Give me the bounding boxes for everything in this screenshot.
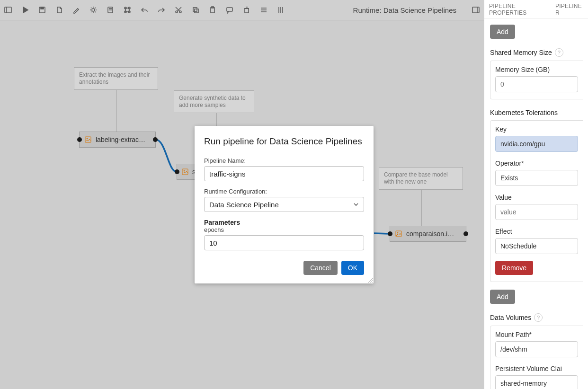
runtime-config-value: Data Science Pipeline bbox=[209, 201, 279, 209]
label-pipeline-name: Pipeline Name: bbox=[204, 157, 364, 164]
cancel-button[interactable]: Cancel bbox=[303, 261, 338, 275]
runtime-config-select[interactable]: Data Science Pipeline bbox=[204, 197, 364, 212]
resize-handle-icon[interactable] bbox=[367, 277, 373, 283]
modal-backdrop: Run pipeline for Data Science Pipelines … bbox=[0, 0, 588, 389]
epochs-input[interactable] bbox=[204, 235, 364, 250]
run-pipeline-modal: Run pipeline for Data Science Pipelines … bbox=[195, 126, 374, 283]
ok-button[interactable]: OK bbox=[341, 261, 364, 275]
label-epochs: epochs bbox=[204, 226, 364, 233]
parameters-title: Parameters bbox=[204, 219, 364, 226]
label-runtime-config: Runtime Configuration: bbox=[204, 188, 364, 195]
chevron-down-icon bbox=[353, 201, 359, 209]
modal-title: Run pipeline for Data Science Pipelines bbox=[204, 136, 364, 147]
pipeline-name-input[interactable] bbox=[204, 166, 364, 181]
